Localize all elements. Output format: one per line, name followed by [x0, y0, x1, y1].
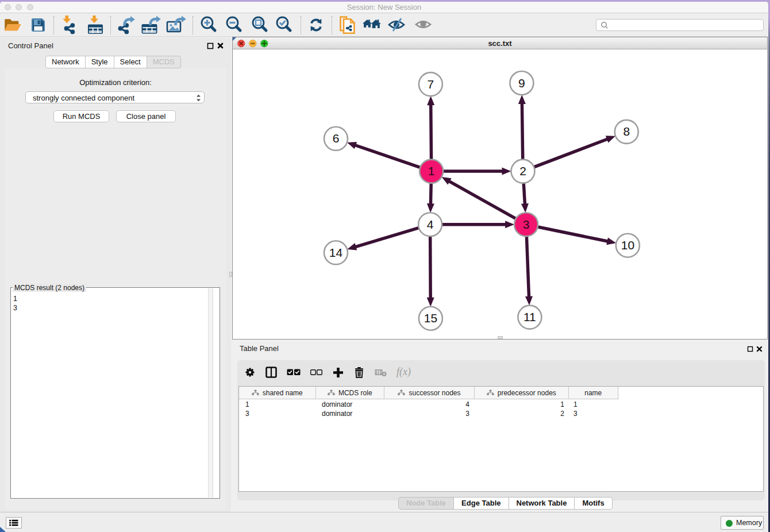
- svg-text:14: 14: [329, 246, 343, 259]
- svg-text:2: 2: [519, 164, 526, 178]
- svg-text:10: 10: [621, 238, 634, 252]
- svg-text:1: 1: [428, 164, 435, 178]
- svg-text:3: 3: [523, 218, 530, 231]
- svg-text:6: 6: [333, 132, 340, 145]
- svg-text:4: 4: [427, 218, 434, 231]
- svg-text:7: 7: [428, 78, 434, 91]
- svg-text:9: 9: [518, 76, 525, 90]
- svg-text:11: 11: [523, 310, 536, 323]
- svg-text:8: 8: [623, 125, 630, 138]
- svg-text:15: 15: [424, 311, 437, 325]
